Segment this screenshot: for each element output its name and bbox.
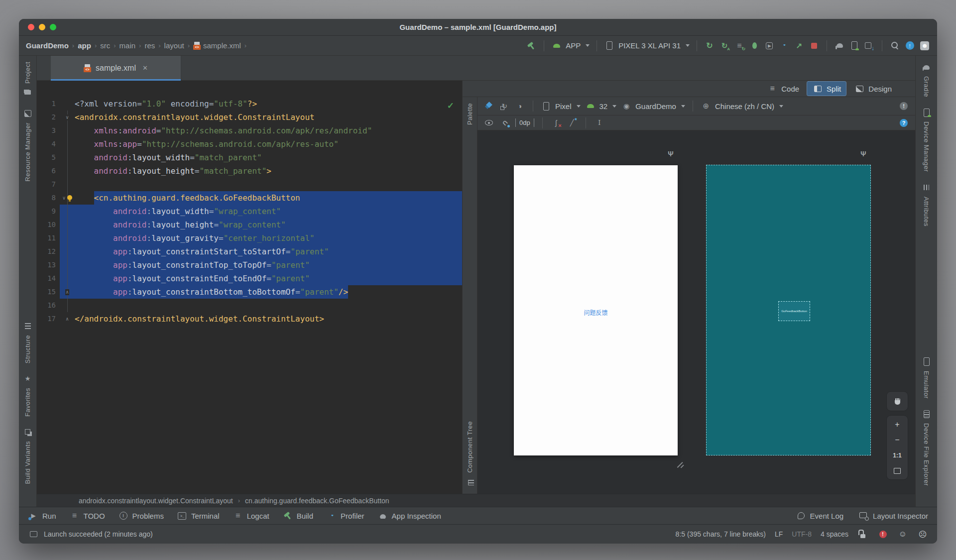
caret-position[interactable]: 8:5 (395 chars, 7 line breaks) xyxy=(676,530,766,538)
view-mode-design[interactable]: Design xyxy=(848,81,897,96)
sidebar-item-favorites[interactable]: Favorites xyxy=(22,373,33,417)
inspection-ok-icon[interactable]: ✓ xyxy=(447,101,454,111)
happy-face-icon[interactable] xyxy=(897,529,908,540)
zoom-fit-button[interactable] xyxy=(887,463,908,478)
code-line[interactable]: 11 android:layout_gravity="center_horizo… xyxy=(37,231,462,245)
pan-button[interactable] xyxy=(886,391,908,411)
minimize-window-button[interactable] xyxy=(39,24,45,30)
device-manager-icon[interactable] xyxy=(849,40,860,51)
file-encoding[interactable]: UTF-8 xyxy=(792,530,812,538)
theme-dropdown[interactable]: GuardDemo xyxy=(621,101,685,112)
avatar-icon[interactable] xyxy=(919,40,930,51)
tab-sample-xml[interactable]: sample.xml ✕ xyxy=(51,56,181,80)
orientation-icon[interactable] xyxy=(499,101,510,112)
code-line[interactable]: 12 app:layout_constraintStart_toStartOf=… xyxy=(37,245,462,258)
infer-constraints-icon[interactable] xyxy=(567,117,578,128)
breadcrumb-item[interactable]: res xyxy=(144,41,155,50)
code-line[interactable]: 6 android:layout_height="match_parent"> xyxy=(37,164,462,178)
sidebar-item-device-file-explorer[interactable]: Device File Explorer xyxy=(921,409,932,486)
apply-changes-icon[interactable] xyxy=(719,40,730,51)
design-preview[interactable]: 问题反馈 xyxy=(514,165,678,455)
visibility-icon[interactable] xyxy=(483,117,494,128)
status-message[interactable]: Launch succeeded (2 minutes ago) xyxy=(44,530,153,538)
tool-window-button-terminal[interactable]: Terminal xyxy=(177,510,220,521)
build-hammer-icon[interactable] xyxy=(526,40,537,51)
view-mode-code[interactable]: Code xyxy=(761,81,805,96)
gradle-sync-icon[interactable] xyxy=(834,40,845,51)
tool-window-button-build[interactable]: Build xyxy=(282,510,313,521)
sidebar-item-gradle[interactable]: Gradle xyxy=(921,62,932,97)
attach-debugger-icon[interactable] xyxy=(764,40,775,51)
component-tree-tab[interactable]: Component Tree xyxy=(465,421,476,488)
code-line[interactable]: 14 app:layout_constraintEnd_toEndOf="par… xyxy=(37,272,462,285)
tool-window-button-todo[interactable]: TODO xyxy=(69,510,105,521)
help-badge-icon[interactable] xyxy=(898,117,909,128)
layers-icon[interactable] xyxy=(483,101,494,112)
rerun-icon[interactable] xyxy=(704,40,715,51)
device-type-dropdown[interactable]: Pixel xyxy=(541,101,581,112)
fold-down-icon[interactable]: ∨ xyxy=(65,114,69,120)
sdk-manager-icon[interactable] xyxy=(864,40,875,51)
fold-up-icon[interactable]: ∧ xyxy=(65,316,69,322)
blueprint-preview[interactable]: GoFeedbackButton xyxy=(706,165,871,455)
zoom-in-button[interactable]: + xyxy=(887,417,908,432)
palette-tab[interactable]: Palette xyxy=(466,103,474,125)
error-count-icon[interactable] xyxy=(877,529,888,540)
breadcrumb-item[interactable]: sample.xml xyxy=(193,41,241,50)
breadcrumb-root-element[interactable]: androidx.constraintlayout.widget.Constra… xyxy=(79,497,233,505)
breadcrumb-item[interactable]: src xyxy=(100,41,110,50)
profiler-icon[interactable] xyxy=(779,40,790,51)
breadcrumb-item[interactable]: layout xyxy=(164,41,184,50)
default-margin-control[interactable]: 0dp xyxy=(515,118,534,127)
intention-bulb-icon[interactable] xyxy=(67,195,73,202)
indent-setting[interactable]: 4 spaces xyxy=(821,530,848,538)
code-line[interactable]: 16 xyxy=(37,299,462,312)
sidebar-item-attributes[interactable]: Attributes xyxy=(921,182,932,226)
code-line[interactable]: 2∨<androidx.constraintlayout.widget.Cons… xyxy=(37,111,462,124)
tool-window-button-app-inspection[interactable]: App Inspection xyxy=(377,510,441,521)
tool-window-button-run[interactable]: Run xyxy=(28,510,56,521)
code-line[interactable]: 15∧ app:layout_constraintBottom_toBottom… xyxy=(37,285,462,299)
close-window-button[interactable] xyxy=(28,24,34,30)
error-badge-icon[interactable] xyxy=(898,101,909,112)
sad-face-icon[interactable] xyxy=(917,529,928,540)
fold-up-icon[interactable]: ∧ xyxy=(65,289,69,295)
run-config-dropdown[interactable]: APP xyxy=(551,40,590,51)
apply-code-changes-icon[interactable] xyxy=(734,40,745,51)
fold-down-icon[interactable]: ∨ xyxy=(62,195,66,201)
breadcrumb-child-element[interactable]: cn.authing.guard.feedback.GoFeedbackButt… xyxy=(245,497,389,505)
code-editor[interactable]: ✓ 1<?xml version="1.0" encoding="utf-8"?… xyxy=(37,81,462,494)
zoom-ratio-button[interactable]: 1:1 xyxy=(887,448,908,463)
close-tab-icon[interactable]: ✕ xyxy=(142,64,148,72)
profile-app-icon[interactable] xyxy=(794,40,805,51)
magnet-off-icon[interactable] xyxy=(499,117,510,128)
code-line[interactable]: 8∨ <cn.authing.guard.feedback.GoFeedback… xyxy=(37,191,462,205)
tool-window-button-event-log[interactable]: Event Log xyxy=(796,510,844,521)
code-line[interactable]: 5 android:layout_width="match_parent" xyxy=(37,151,462,164)
breadcrumb-item[interactable]: app xyxy=(78,41,91,50)
theme-icon[interactable] xyxy=(514,101,525,112)
api-level-dropdown[interactable]: 32 xyxy=(585,101,617,112)
line-separator[interactable]: LF xyxy=(775,530,783,538)
sidebar-item-device-manager[interactable]: Device Manager xyxy=(921,107,932,172)
tool-window-button-problems[interactable]: Problems xyxy=(118,510,164,521)
lock-open-icon[interactable] xyxy=(857,529,868,540)
code-line[interactable]: 9 android:layout_width="wrap_content" xyxy=(37,205,462,218)
sidebar-item-emulator[interactable]: Emulator xyxy=(921,356,932,399)
tool-window-button-layout-inspector[interactable]: Layout Inspector xyxy=(858,510,928,521)
code-line[interactable]: 13 app:layout_constraintTop_toTopOf="par… xyxy=(37,258,462,272)
resize-handle-icon[interactable] xyxy=(676,458,685,467)
debug-icon[interactable] xyxy=(749,40,760,51)
design-canvas[interactable]: 问题反馈 GoFeedbackButton + − xyxy=(478,130,915,494)
code-line[interactable]: 7 xyxy=(37,178,462,191)
sidebar-item-build-variants[interactable]: Build Variants xyxy=(22,427,33,484)
breadcrumb-item[interactable]: GuardDemo xyxy=(26,41,69,50)
locale-dropdown[interactable]: Chinese (zh / CN) xyxy=(701,101,783,112)
code-line[interactable]: 3 xmlns:android="http://schemas.android.… xyxy=(37,124,462,137)
tool-window-button-logcat[interactable]: Logcat xyxy=(233,510,269,521)
screen-icon[interactable] xyxy=(28,529,39,540)
code-line[interactable]: 10 android:layout_height="wrap_content" xyxy=(37,218,462,231)
pack-icon[interactable] xyxy=(594,117,605,128)
clear-constraints-icon[interactable] xyxy=(551,117,562,128)
sidebar-item-structure[interactable]: Structure xyxy=(22,321,33,363)
